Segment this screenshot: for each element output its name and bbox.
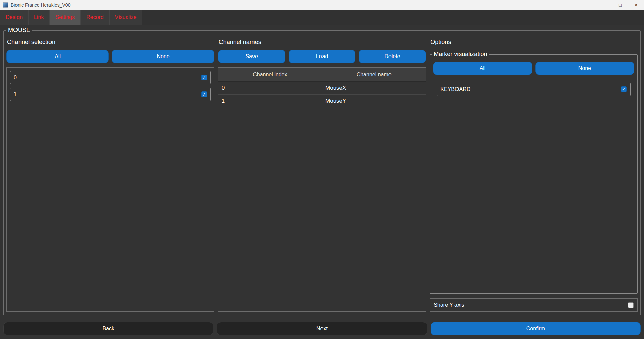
save-button[interactable]: Save: [218, 50, 285, 63]
marker-select-all-button[interactable]: All: [433, 62, 532, 75]
marker-item-keyboard-label: KEYBOARD: [440, 86, 470, 92]
marker-item-keyboard-checkbox[interactable]: [621, 86, 627, 92]
next-button[interactable]: Next: [217, 322, 427, 335]
footer-bar: Back Next Confirm: [0, 318, 644, 339]
table-header-row: Channel index Channel name: [218, 68, 426, 82]
mouse-groupbox: MOUSE Channel selection All None 0 1: [3, 30, 641, 315]
back-button[interactable]: Back: [3, 322, 213, 335]
channel-item-0[interactable]: 0: [10, 71, 211, 84]
marker-visualization-group: Marker visualization All None KEYBOARD: [430, 54, 638, 294]
cell-channel-index: 0: [218, 82, 322, 94]
marker-visualization-title: Marker visualization: [432, 51, 489, 58]
channel-names-table: Channel index Channel name 0 MouseX 1 Mo…: [218, 67, 426, 312]
confirm-button[interactable]: Confirm: [431, 322, 641, 335]
load-button[interactable]: Load: [289, 50, 356, 63]
channel-selection-section: Channel selection All None 0 1: [6, 38, 214, 312]
tab-bar: Design Link Settings Record Visualize: [0, 10, 644, 25]
window-title: Bionic France Herakles_V00: [11, 2, 70, 8]
channel-item-0-checkbox[interactable]: [201, 75, 207, 80]
close-icon[interactable]: ✕: [628, 0, 644, 10]
tab-design[interactable]: Design: [0, 10, 28, 25]
share-y-axis-label: Share Y axis: [434, 302, 464, 308]
channel-select-all-button[interactable]: All: [6, 50, 109, 63]
title-bar: Bionic France Herakles_V00 — □ ✕: [0, 0, 644, 10]
share-y-axis-checkbox[interactable]: [628, 302, 634, 308]
options-section: Options Marker visualization All None KE…: [430, 38, 638, 312]
mouse-groupbox-title: MOUSE: [6, 27, 32, 34]
channel-selection-list: 0 1: [6, 67, 214, 312]
app-icon: [3, 2, 8, 8]
tab-link[interactable]: Link: [28, 10, 49, 25]
main-content: MOUSE Channel selection All None 0 1: [0, 25, 644, 318]
marker-select-none-button[interactable]: None: [535, 62, 634, 75]
table-row[interactable]: 0 MouseX: [218, 82, 426, 95]
share-y-axis-row: Share Y axis: [430, 298, 638, 312]
tab-record[interactable]: Record: [80, 10, 109, 25]
options-title: Options: [430, 39, 638, 46]
window-controls: — □ ✕: [597, 0, 644, 10]
table-header-channel-index: Channel index: [218, 68, 322, 81]
channel-item-1[interactable]: 1: [10, 88, 211, 101]
table-row[interactable]: 1 MouseY: [218, 95, 426, 107]
delete-button[interactable]: Delete: [359, 50, 426, 63]
maximize-icon[interactable]: □: [612, 0, 628, 10]
table-header-channel-name: Channel name: [322, 68, 426, 81]
marker-item-keyboard[interactable]: KEYBOARD: [437, 83, 631, 96]
channel-select-none-button[interactable]: None: [112, 50, 214, 63]
channel-item-0-label: 0: [14, 75, 17, 81]
marker-list: KEYBOARD: [433, 79, 634, 290]
channel-names-title: Channel names: [219, 39, 426, 46]
cell-channel-name[interactable]: MouseX: [322, 82, 426, 94]
channel-item-1-checkbox[interactable]: [201, 91, 207, 97]
cell-channel-index: 1: [218, 95, 322, 107]
minimize-icon[interactable]: —: [597, 0, 612, 10]
channel-names-section: Channel names Save Load Delete Channel i…: [218, 38, 426, 312]
cell-channel-name[interactable]: MouseY: [322, 95, 426, 107]
tab-settings[interactable]: Settings: [49, 10, 80, 25]
channel-selection-title: Channel selection: [7, 39, 214, 46]
tab-visualize[interactable]: Visualize: [109, 10, 142, 25]
channel-item-1-label: 1: [14, 91, 17, 98]
